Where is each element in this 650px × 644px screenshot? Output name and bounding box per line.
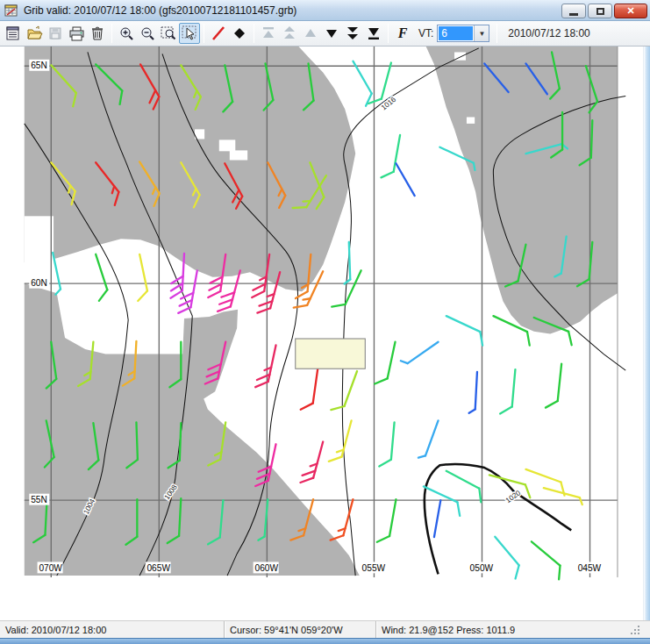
- toolbar-separator: [388, 24, 389, 43]
- zoom-region-button[interactable]: [158, 23, 179, 44]
- title-bar[interactable]: Grib valid: 2010/07/12 18:00 (gfs2010071…: [0, 0, 650, 21]
- lon-label: 050W: [470, 563, 494, 573]
- toolbar-separator: [111, 24, 112, 43]
- zoom-out-icon: [139, 25, 156, 42]
- lat-label: 55N: [31, 495, 47, 504]
- chevron-down-icon: ▼: [478, 30, 485, 38]
- time-first-button[interactable]: [258, 23, 279, 44]
- toolbar-separator: [496, 24, 497, 43]
- toolbar-separator: [254, 24, 254, 43]
- first-up-icon: [260, 25, 277, 42]
- weather-map[interactable]: 101610041008102065N60N55N070W065W060W055…: [0, 47, 650, 620]
- zoom-region-icon: [160, 25, 177, 42]
- app-icon: [4, 4, 18, 18]
- select-pointer-button[interactable]: [179, 23, 200, 44]
- resize-grip[interactable]: [630, 625, 641, 636]
- close-icon: ✕: [626, 5, 634, 17]
- time-last-button[interactable]: [363, 23, 384, 44]
- time-prev-button[interactable]: [300, 23, 321, 44]
- window-frame-right: [643, 47, 650, 638]
- sea-patch: [25, 216, 54, 263]
- wind-barbs-button[interactable]: F: [392, 23, 413, 44]
- minimize-icon: [569, 13, 578, 16]
- draw-line-button[interactable]: [208, 23, 229, 44]
- sea-patch: [230, 150, 247, 160]
- delete-button[interactable]: [87, 23, 108, 44]
- down-icon: [323, 25, 340, 42]
- zoom-out-button[interactable]: [137, 23, 158, 44]
- red-line-icon: [210, 25, 227, 42]
- lon-label: 070W: [39, 563, 62, 573]
- toolbar-separator: [204, 24, 204, 43]
- lon-label: 055W: [362, 563, 386, 573]
- open-button[interactable]: [24, 23, 45, 44]
- barb-f-icon: F: [398, 25, 408, 41]
- draw-waypoint-button[interactable]: [229, 23, 250, 44]
- open-folder-icon: [26, 25, 43, 42]
- map-area[interactable]: 101610041008102065N60N55N070W065W060W055…: [0, 47, 650, 620]
- status-bar: Valid: 2010/07/12 18:00 Cursor: 59°41'N …: [0, 620, 650, 638]
- window-title: Grib valid: 2010/07/12 18:00 (gfs2010071…: [24, 4, 296, 17]
- map-tooltip: [296, 339, 366, 369]
- window-frame-bottom: [0, 638, 650, 644]
- vt-dropdown-button[interactable]: ▼: [474, 25, 489, 41]
- vt-combobox[interactable]: 6 ▼: [437, 25, 489, 42]
- save-icon: [47, 25, 63, 41]
- zoom-in-icon: [118, 25, 135, 42]
- time-prev-fast-button[interactable]: [279, 23, 300, 44]
- up-icon: [302, 25, 319, 42]
- maximize-button[interactable]: [588, 4, 612, 18]
- time-next-button[interactable]: [321, 23, 342, 44]
- grib-files-icon: [5, 25, 21, 41]
- zoom-in-button[interactable]: [116, 23, 137, 44]
- toolbar-datetime: 2010/07/12 18:00: [508, 27, 589, 39]
- time-next-fast-button[interactable]: [342, 23, 363, 44]
- vt-value: 6: [439, 26, 473, 40]
- printer-icon: [68, 25, 85, 42]
- vt-label: VT:: [418, 27, 433, 39]
- sea-patch: [467, 117, 475, 123]
- app-window: Grib valid: 2010/07/12 18:00 (gfs2010071…: [0, 0, 650, 644]
- lat-label: 60N: [31, 278, 47, 288]
- last-down-icon: [365, 25, 382, 42]
- close-button[interactable]: ✕: [614, 4, 647, 18]
- lat-label: 65N: [31, 61, 47, 70]
- grib-files-button[interactable]: [3, 23, 24, 44]
- status-valid: Valid: 2010/07/12 18:00: [0, 621, 224, 639]
- lon-label: 065W: [146, 563, 170, 573]
- lon-label: 045W: [578, 563, 602, 573]
- print-button[interactable]: [66, 23, 87, 44]
- sea-patch: [219, 140, 236, 151]
- lon-label: 060W: [254, 563, 278, 573]
- double-up-icon: [281, 25, 298, 42]
- maximize-icon: [596, 8, 604, 15]
- minimize-button[interactable]: [561, 4, 586, 18]
- save-button[interactable]: [45, 23, 66, 44]
- diamond-icon: [232, 25, 247, 41]
- double-down-icon: [344, 25, 361, 42]
- status-wind-press: Wind: 21.9@152 Press: 1011.9: [375, 621, 650, 639]
- status-cursor: Cursor: 59°41'N 059°20'W: [224, 621, 375, 639]
- toolbar: F VT: 6 ▼ 2010/07/12 18:00: [0, 21, 650, 47]
- pointer-icon: [181, 25, 198, 42]
- trash-icon: [89, 25, 105, 41]
